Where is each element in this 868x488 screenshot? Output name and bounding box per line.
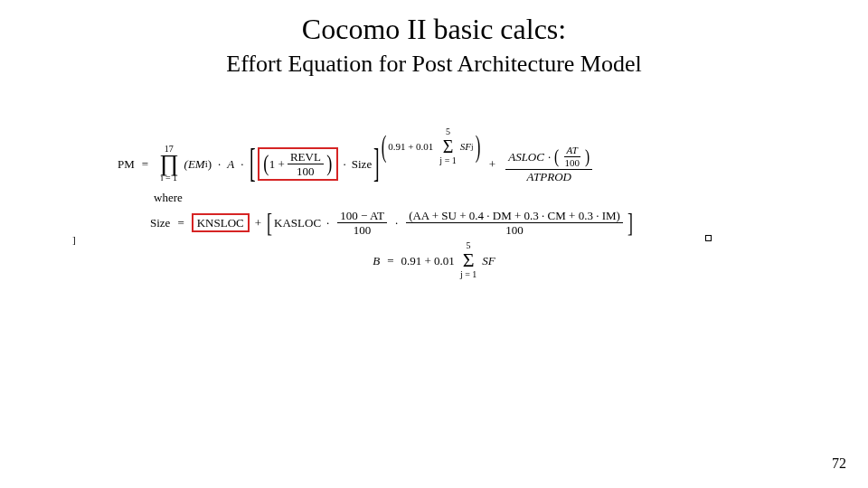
product-operator: 17 ∏ i = 1 <box>159 145 178 183</box>
slide-title: Cocomo II basic calcs: <box>0 13 868 46</box>
em-term: (EMi) <box>184 158 212 170</box>
size-rbracket: ] <box>627 209 633 236</box>
exp-sf-sub: j <box>471 143 474 151</box>
size-equals: = <box>177 217 184 229</box>
hundred-minus-at-frac: 100 − AT 100 <box>337 210 387 236</box>
hmat-num: 100 − AT <box>337 210 387 223</box>
pm-equation: PM = 17 ∏ i = 1 (EMi) · A · [ ( 1 + REVL… <box>118 145 750 183</box>
slide: Cocomo II basic calcs: Effort Equation f… <box>0 0 868 488</box>
page-number: 72 <box>832 455 846 472</box>
at-num: AT <box>564 145 580 157</box>
em-close: ) <box>208 158 212 170</box>
exp-lparen: ( <box>382 135 387 158</box>
size-lbracket: [ <box>267 209 272 236</box>
dot-3: · <box>344 158 346 170</box>
size-equation: Size = KNSLOC + [ KASLOC · 100 − AT 100 … <box>150 209 750 236</box>
exp-sf: SF <box>460 142 471 152</box>
b-equation: B = 0.91 + 0.01 5 Σ j = 1 SF <box>118 241 750 279</box>
B-sum-lower: j = 1 <box>460 270 476 279</box>
B-symbol: B <box>373 255 380 267</box>
exponent-content: ( 0.91 + 0.01 5 Σ j = 1 SFj ) <box>380 127 482 165</box>
B-sf: SF <box>482 255 495 267</box>
B-equals: = <box>387 255 393 267</box>
where-label: where <box>154 192 750 203</box>
revl-den: 100 <box>294 164 317 177</box>
aa-den: 100 <box>503 223 526 236</box>
revl-frac: REVL 100 <box>288 151 324 177</box>
aa-num: (AA + SU + 0.4 · DM + 0.3 · CM + 0.3 · I… <box>406 210 623 223</box>
exp-sum-lower: j = 1 <box>439 156 456 165</box>
size-lhs: Size <box>150 217 170 229</box>
em-open: (EM <box>184 158 205 170</box>
revl-redbox: ( 1 + REVL 100 ) <box>258 147 337 181</box>
asloc-text: ASLOC <box>508 151 544 163</box>
asloc-frac: ASLOC · ( AT 100 ) ATPROD <box>505 145 592 183</box>
one-plus: 1 + <box>269 158 285 170</box>
size-dot-2: · <box>395 217 398 229</box>
kasloc-text: KASLOC <box>274 217 321 229</box>
lparen-revl: ( <box>263 152 269 175</box>
at-rparen: ) <box>585 145 590 168</box>
stray-right-box <box>705 235 712 241</box>
exponent-block: ( 0.91 + 0.01 5 Σ j = 1 SFj ) <box>380 127 482 162</box>
at-frac: AT 100 <box>562 145 583 168</box>
knsloc-redbox: KNSLOC <box>192 213 250 232</box>
exp-sum-op: Σ <box>443 136 454 156</box>
equals-sign: = <box>142 158 148 170</box>
plus-1: + <box>489 158 495 170</box>
asloc-num: ASLOC · ( AT 100 ) <box>505 145 592 170</box>
exp-sum: 5 Σ j = 1 <box>439 127 456 165</box>
B-sum-op: Σ <box>463 250 475 270</box>
pm-symbol: PM <box>118 158 135 170</box>
big-right-bracket: ] <box>373 145 380 182</box>
aa-frac: (AA + SU + 0.4 · DM + 0.3 · CM + 0.3 · I… <box>406 210 623 236</box>
exp-pre: 0.91 + 0.01 <box>388 142 433 152</box>
at-den: 100 <box>562 157 583 168</box>
revl-num: REVL <box>288 151 324 164</box>
size-plus: + <box>255 217 261 229</box>
B-pre: 0.91 + 0.01 <box>401 255 455 267</box>
stray-left-bracket: ] <box>72 235 76 245</box>
dot-2: · <box>241 158 243 170</box>
exp-rparen: ) <box>475 135 480 158</box>
rparen-revl: ) <box>326 152 332 175</box>
slide-subtitle: Effort Equation for Post Architecture Mo… <box>0 51 868 78</box>
B-sum: 5 Σ j = 1 <box>460 241 476 279</box>
size-base: Size <box>352 158 372 170</box>
atprod: ATPROD <box>524 170 574 183</box>
kasloc-dot: · <box>326 217 329 229</box>
dot-1: · <box>218 158 221 170</box>
big-left-bracket: [ <box>250 145 256 182</box>
product-lower: i = 1 <box>161 174 177 183</box>
at-lparen: ( <box>554 145 559 168</box>
A-symbol: A <box>227 158 234 170</box>
hmat-den: 100 <box>351 223 374 236</box>
asloc-dot: · <box>548 151 551 163</box>
exp-sum-upper: 5 <box>446 127 450 136</box>
knsloc-text: KNSLOC <box>197 217 244 229</box>
product-op: ∏ <box>159 154 178 174</box>
formula-group: PM = 17 ∏ i = 1 (EMi) · A · [ ( 1 + REVL… <box>118 145 750 279</box>
